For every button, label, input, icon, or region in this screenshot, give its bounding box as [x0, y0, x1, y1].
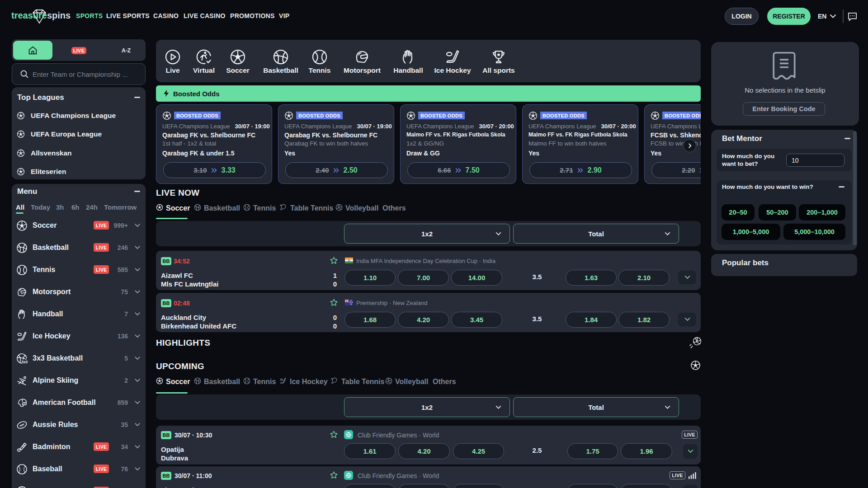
svg-text:3x3: 3x3 [21, 360, 28, 364]
